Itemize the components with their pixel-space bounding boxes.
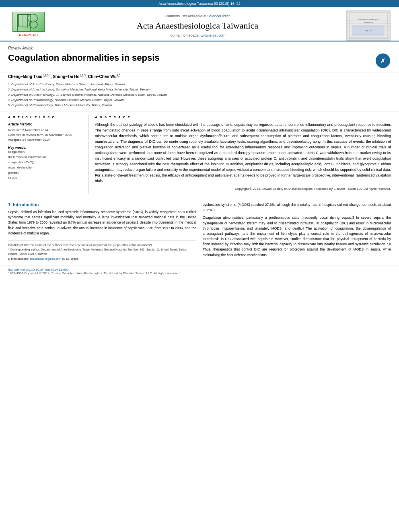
footnotes-area: Conflicts of interest: None of the autho… xyxy=(8,240,196,261)
sciencedirect-link-line: Contents lists available at ScienceDirec… xyxy=(165,14,230,18)
authors-line: Cheng–Ming Tsao1,2,3 *, Shung–Tai Ho1,2,… xyxy=(0,72,399,80)
keyword-2: disseminated intravascular xyxy=(8,155,83,160)
bottom-bar: http://dx.doi.org/10.1016/j.aat.2014.11.… xyxy=(0,265,399,277)
doi-link: http://dx.doi.org/10.1016/j.aat.2014.11.… xyxy=(8,268,391,271)
author-3-sup: 4,5 xyxy=(117,74,121,77)
introduction-body-left: Sepsis, defined as infection-induced sys… xyxy=(8,210,196,236)
journal-citation-bar: Acta Anaesthesiologica Taiwanica 53 (201… xyxy=(0,0,399,7)
publisher-logo-area: ELSEVIER xyxy=(6,10,51,41)
article-title: Coagulation abnormalities in sepsis xyxy=(8,53,371,63)
body-right-column: dysfunction syndrome (MODS) reached 27.6… xyxy=(203,202,391,261)
keyword-6: sepsis xyxy=(8,175,83,181)
corresponding-author-note: * Corresponding author. Department of An… xyxy=(8,247,196,257)
abstract-heading: A B S T R A C T xyxy=(95,115,391,119)
elsevier-text: ELSEVIER xyxy=(19,33,38,37)
author-2-sup: 1,2,3 xyxy=(80,74,86,77)
article-info-abstract-section: A R T I C L E I N F O Article history: R… xyxy=(0,111,399,198)
abstract-body: Although the pathophysiology of sepsis h… xyxy=(95,122,391,191)
abstract-column: A B S T R A C T Although the pathophysio… xyxy=(95,115,391,194)
sciencedirect-link[interactable]: ScienceDirect xyxy=(208,14,230,18)
article-received: Received 5 November 2014 Received in rev… xyxy=(8,128,83,142)
affiliation-3: 3Department of Anesthesiology, Tri-Servi… xyxy=(8,92,391,98)
author-email-link[interactable]: cm.cmtsao@gmail.com xyxy=(30,257,61,261)
crossmark-badge: ✗ xyxy=(375,53,391,69)
article-info-column: A R T I C L E I N F O Article history: R… xyxy=(8,115,88,194)
author-1-sup: 1,2,3 * xyxy=(42,74,50,77)
main-content-area: 1. Introduction Sepsis, defined as infec… xyxy=(0,198,399,265)
affiliation-4: 4Department of Pharmacology, National De… xyxy=(8,98,391,103)
author-2-name: Shung–Tai Ho xyxy=(53,74,79,79)
email-note: E-mail address: cm.cmtsao@gmail.com (C-M… xyxy=(8,257,196,261)
article-type-label: Review Article xyxy=(0,41,399,51)
author-3-name: Chin–Chen Wu xyxy=(88,74,117,79)
article-history-label: Article history: xyxy=(8,122,83,126)
svg-rect-5 xyxy=(348,12,389,39)
affiliation-1: 1Department of Anesthesiology, Taipei Ve… xyxy=(8,82,391,87)
doi-url[interactable]: http://dx.doi.org/10.1016/j.aat.2014.11.… xyxy=(8,268,68,271)
journal-name: Acta Anaesthesiologica Taiwanica xyxy=(137,21,258,31)
svg-text:Taiwanica: Taiwanica xyxy=(364,21,373,24)
keywords-section: Key words: coagulation; disseminated int… xyxy=(8,146,83,181)
keywords-label: Key words: xyxy=(8,146,83,150)
article-info-heading: A R T I C L E I N F O xyxy=(8,115,83,119)
journal-cover-thumbnail: Acta Anaesthesiologica Taiwanica Vol. 53 xyxy=(346,10,391,41)
abstract-copyright: Copyright © 2014, Taiwan Society of Anes… xyxy=(95,187,391,191)
body-left-column: 1. Introduction Sepsis, defined as infec… xyxy=(8,202,196,261)
journal-homepage-link[interactable]: www.e-aat.com xyxy=(201,33,226,37)
introduction-heading: 1. Introduction xyxy=(8,202,196,207)
homepage-line: journal homepage: www.e-aat.com xyxy=(170,33,226,37)
journal-citation: Acta Anaesthesiologica Taiwanica 53 (201… xyxy=(158,2,240,6)
svg-rect-9 xyxy=(352,25,385,36)
issn-copyright: 1875-4597/Copyright © 2014, Taiwan Socie… xyxy=(8,271,391,275)
svg-text:Acta Anaesthesiologica: Acta Anaesthesiologica xyxy=(358,18,379,21)
affiliation-2: 2Department of Anesthesiology, School of… xyxy=(8,87,391,92)
elsevier-tree-icon xyxy=(12,12,45,32)
elsevier-logo: ELSEVIER xyxy=(12,12,45,37)
svg-text:Vol. 53: Vol. 53 xyxy=(365,29,372,32)
keyword-5: platelet; xyxy=(8,170,83,176)
conflict-of-interest-note: Conflicts of interest: None of the autho… xyxy=(8,243,196,247)
introduction-body-right: dysfunction syndrome (MODS) reached 27.6… xyxy=(203,202,391,258)
journal-thumbnail-area: Acta Anaesthesiologica Taiwanica Vol. 53 xyxy=(344,10,393,41)
author-1-name: Cheng–Ming Tsao xyxy=(8,74,42,79)
affiliation-5: 5Department of Pharmacology, Taipei Medi… xyxy=(8,103,391,108)
journal-title-area: Contents lists available at ScienceDirec… xyxy=(51,10,344,41)
crossmark-icon: ✗ xyxy=(376,53,390,68)
svg-rect-6 xyxy=(349,13,388,39)
keyword-4: organ dysfunction; xyxy=(8,165,83,170)
svg-rect-0 xyxy=(19,14,27,27)
journal-header: ELSEVIER Contents lists available at Sci… xyxy=(0,7,399,41)
keyword-3: coagulation (DIC); xyxy=(8,160,83,165)
keyword-1: coagulation; xyxy=(8,150,83,155)
affiliations-section: 1Department of Anesthesiology, Taipei Ve… xyxy=(0,80,399,111)
article-title-area: Coagulation abnormalities in sepsis ✗ xyxy=(0,51,399,72)
svg-text:✗: ✗ xyxy=(380,58,385,64)
